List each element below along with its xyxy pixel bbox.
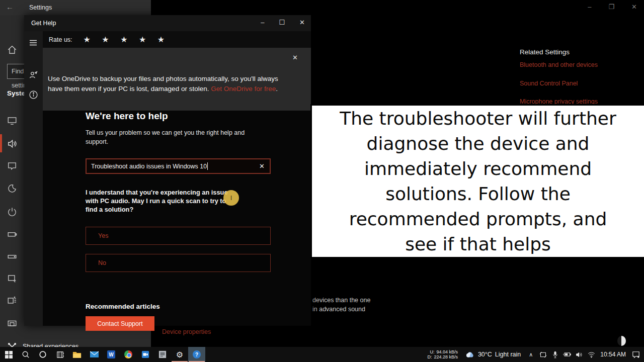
projecting-icon[interactable] — [7, 319, 17, 329]
file-explorer-icon[interactable] — [68, 347, 86, 362]
get-help-taskbar-icon[interactable]: ? — [188, 347, 205, 362]
word-letter: W — [107, 350, 115, 358]
settings-window-title: Settings — [29, 4, 52, 11]
network-speed-widget[interactable]: U:94.04 kB/s D:224.28 kB/s — [425, 349, 458, 359]
temperature-value: 30°C — [478, 351, 492, 358]
problem-input[interactable]: Troubleshoot audio issues in Windows 10 … — [86, 158, 271, 174]
power-tray-icon[interactable] — [561, 347, 573, 362]
get-help-maximize-button[interactable]: ☐ — [279, 19, 285, 26]
storage-icon[interactable] — [7, 251, 17, 261]
speaker-tray-icon[interactable] — [573, 347, 585, 362]
weather-widget[interactable]: 30°C Light rain — [465, 351, 521, 358]
chrome-icon[interactable] — [120, 347, 137, 362]
home-icon[interactable] — [7, 45, 17, 55]
battery-icon[interactable] — [7, 229, 17, 239]
clock[interactable]: 10:54 AM — [600, 351, 626, 358]
search-button[interactable] — [17, 347, 34, 362]
banner-text-suffix: . — [276, 85, 278, 93]
start-button[interactable] — [0, 347, 17, 362]
input-clear-icon[interactable]: ✕ — [259, 162, 265, 170]
caption-overlay: The troubleshooter will further diagnose… — [310, 104, 644, 258]
no-button[interactable]: No — [86, 254, 271, 272]
power-sleep-icon[interactable] — [7, 207, 17, 217]
focus-assist-icon[interactable] — [7, 184, 17, 194]
caption-line: diagnose the device and — [367, 131, 590, 156]
task-view-button[interactable] — [51, 347, 68, 362]
cortana-button[interactable] — [34, 347, 51, 362]
banner-close-icon[interactable]: ✕ — [292, 54, 298, 61]
word-icon[interactable]: W — [103, 347, 120, 362]
onedrive-link[interactable]: Get OneDrive for free — [211, 85, 276, 93]
display-icon[interactable] — [7, 116, 17, 126]
movies-tv-icon[interactable] — [137, 347, 154, 362]
link-sound-control-panel[interactable]: Sound Control Panel — [520, 80, 578, 87]
settings-minimize-button[interactable]: – — [588, 3, 591, 11]
settings-titlebar: ← Settings — [0, 0, 151, 15]
onedrive-banner-text: Use OneDrive to backup your files and ph… — [48, 74, 288, 94]
background-text-line2: in advanced sound — [312, 306, 365, 313]
rate-us-bar: Rate us: ★ ★ ★ ★ ★ — [43, 31, 311, 48]
background-text-line1: devices than the one — [312, 297, 370, 304]
caption-line: solutions. Follow the — [385, 182, 571, 207]
settings-taskbar-icon[interactable]: ⚙ — [171, 347, 188, 362]
help-subheading: Tell us your problem so we can get you t… — [86, 128, 262, 146]
tablet-mode-icon[interactable] — [7, 274, 17, 284]
settings-close-button[interactable]: ✕ — [631, 3, 637, 11]
yes-button-label: Yes — [98, 232, 108, 239]
caption-line: The troubleshooter will further — [340, 106, 616, 131]
onedrive-banner: ✕ Use OneDrive to backup your files and … — [43, 48, 311, 111]
related-settings-title: Related Settings — [520, 48, 570, 56]
video-watermark — [617, 336, 626, 346]
info-icon[interactable] — [29, 90, 38, 100]
taskbar: W ⚙ ? U:94.04 kB/s D:224.28 kB/s 30°C Li… — [0, 347, 644, 362]
feedback-person-icon[interactable] — [29, 70, 38, 80]
mail-icon[interactable] — [86, 347, 103, 362]
display-tray-icon[interactable] — [537, 347, 549, 362]
chevron-up-icon: ∧ — [529, 351, 533, 358]
gear-icon: ⚙ — [176, 350, 183, 359]
back-icon[interactable]: ← — [6, 3, 14, 11]
nav-selected-accent — [0, 134, 2, 152]
hamburger-menu-icon[interactable] — [29, 38, 38, 47]
chrome-ball — [124, 350, 132, 358]
app-icon-grey[interactable] — [154, 347, 171, 362]
problem-input-value: Troubleshoot audio issues in Windows 10 — [91, 163, 207, 170]
microphone-tray-icon[interactable] — [549, 347, 561, 362]
no-button-label: No — [98, 259, 106, 266]
settings-window-controls: – ❐ ✕ — [588, 3, 637, 11]
caption-line: see if that helps — [405, 232, 551, 257]
rate-us-label: Rate us: — [49, 36, 72, 43]
cloud-icon — [465, 351, 475, 358]
action-center-icon[interactable] — [630, 347, 642, 362]
settings-restore-button[interactable]: ❐ — [608, 3, 614, 11]
notifications-icon[interactable] — [7, 161, 17, 171]
ibeam-cursor-icon: I — [230, 194, 232, 202]
contact-support-button[interactable]: Contact Support — [86, 316, 154, 331]
link-bluetooth-other-devices[interactable]: Bluetooth and other devices — [520, 61, 598, 68]
get-help-minimize-button[interactable]: – — [261, 19, 264, 26]
tray-chevron-icon[interactable]: ∧ — [525, 347, 537, 362]
wifi-tray-icon[interactable] — [585, 347, 597, 362]
rating-stars[interactable]: ★ ★ ★ ★ ★ — [84, 35, 170, 44]
sound-icon[interactable] — [7, 139, 17, 149]
download-speed: 224.28 kB/s — [434, 354, 458, 359]
upload-speed: 94.04 kB/s — [436, 349, 458, 354]
yes-button[interactable]: Yes — [86, 227, 271, 245]
contact-support-label: Contact Support — [97, 320, 142, 327]
weather-condition: Light rain — [495, 351, 521, 358]
help-heading: We're here to help — [86, 111, 277, 122]
upload-label: U: — [430, 349, 434, 354]
download-label: D: — [427, 354, 432, 359]
get-help-window-controls: – ☐ ✕ — [261, 19, 305, 26]
get-help-close-button[interactable]: ✕ — [299, 19, 305, 26]
recommended-articles-heading: Recommended articles — [86, 303, 277, 310]
multitasking-icon[interactable] — [7, 296, 17, 306]
scan-question-text: I understand that you're experiencing an… — [86, 188, 236, 214]
question-mark-icon: ? — [193, 350, 201, 358]
get-help-titlebar[interactable]: Get Help – ☐ ✕ — [24, 15, 311, 31]
get-help-window: Get Help – ☐ ✕ Rate us: ★ ★ ★ ★ ★ ✕ Use … — [24, 15, 311, 326]
text-caret — [207, 162, 208, 170]
caption-line: immediately recommend — [364, 156, 592, 182]
get-help-window-title: Get Help — [31, 20, 56, 27]
mouse-cursor-highlight: I — [223, 190, 239, 206]
